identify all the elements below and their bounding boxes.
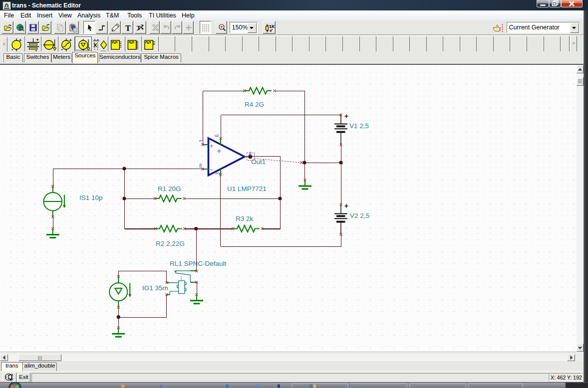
svg-text:+: + [69,38,72,43]
svg-text:V2 2,5: V2 2,5 [350,212,369,219]
svg-text:+: + [217,147,221,155]
svg-text:R1 20G: R1 20G [158,185,181,193]
svg-text:R2 2,22G: R2 2,22G [156,240,185,247]
svg-text:+: + [19,38,21,43]
svg-text:Out1: Out1 [251,158,266,166]
svg-text:IG1 35m: IG1 35m [142,284,168,292]
svg-text:V1 2,5: V1 2,5 [349,122,369,130]
svg-text:U1 LMP7721: U1 LMP7721 [227,185,267,193]
svg-text:1: 1 [199,139,204,142]
svg-text:3: 3 [215,172,221,175]
svg-text:R3 2k: R3 2k [236,215,254,222]
svg-text:IS1 10p: IS1 10p [79,194,103,201]
svg-text:8: 8 [199,163,202,169]
svg-text:6: 6 [214,134,220,137]
svg-text:+: + [210,142,214,150]
svg-text:T: T [125,24,131,32]
svg-text:4: 4 [249,151,252,157]
svg-text:−: − [210,166,214,174]
svg-text:1K: 1K [269,24,275,29]
svg-text:RL1 SPNC-Default: RL1 SPNC-Default [170,260,227,267]
svg-text:+: + [36,38,39,42]
svg-text:R4 2G: R4 2G [245,101,264,108]
